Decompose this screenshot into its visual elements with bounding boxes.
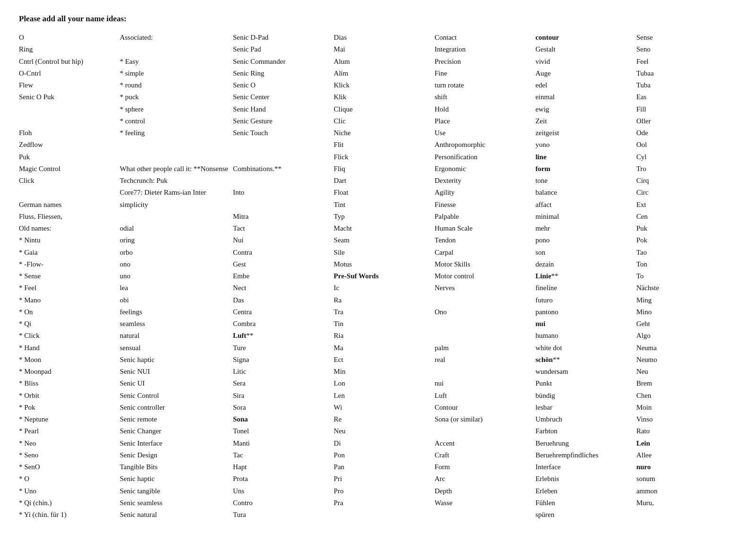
col3-item-18: Contra [233, 247, 329, 258]
col2-item-24: seamless [120, 318, 228, 329]
col3-item-6: Senic Hand [233, 104, 329, 115]
col7-item-35: Allee [636, 450, 732, 461]
col3-item-30: Sira [233, 390, 329, 401]
col1-item-28: * Moonpad [19, 366, 115, 377]
col1-item-26: * Hand [19, 343, 115, 353]
col2-item-22: obi [120, 295, 228, 306]
col3-item-15: Mitra [233, 211, 329, 222]
col6-item-10: line [535, 152, 631, 163]
col7-item-22: Ming [636, 295, 732, 306]
col2-item-3: * simple [120, 68, 228, 79]
col1-item-11: Magic Control [19, 163, 115, 174]
col2-item-21: lea [120, 283, 228, 293]
col5-item-23: Ono [435, 307, 531, 318]
col4-item-26: Ma [334, 343, 430, 353]
col3-item-38: Uns [233, 486, 329, 497]
col4-item-30: Len [334, 390, 430, 401]
col1-item-0: O [19, 32, 115, 43]
col1-item-18: * Gaia [19, 247, 115, 258]
col7-item-3: Tubaa [636, 68, 732, 79]
col4-item-15: Typ [334, 211, 430, 222]
col3-item-10 [233, 152, 329, 163]
col7-item-4: Tuba [636, 80, 732, 91]
col3-item-2: Senic Commander [233, 56, 329, 67]
col1-item-6 [19, 104, 115, 115]
col3-item-36: Hapt [233, 462, 329, 473]
column-1: ORingCntrl (Control but hip)O-CntrlFlewS… [19, 32, 120, 520]
col6-item-20: Linie** [535, 271, 631, 282]
col2-item-23: feelings [120, 307, 228, 318]
col7-item-5: Eas [636, 92, 732, 103]
col7-item-37: sonum [636, 473, 732, 484]
col7-item-8: Ode [636, 128, 732, 138]
col7-item-21: Nächste [636, 283, 732, 293]
col4-item-29: Lon [334, 378, 430, 389]
col5-item-14: Finesse [435, 199, 531, 210]
col2-item-40: Senic natural [120, 509, 228, 520]
col1-item-3: O-Cntrl [19, 68, 115, 79]
col5-item-37: Arc [435, 473, 531, 484]
col2-item-1 [120, 44, 228, 55]
col7-item-17: Pok [636, 235, 732, 246]
col4-item-32: Re [334, 414, 430, 425]
col6-item-39: Fühlen [535, 498, 631, 508]
col5-item-4: turn rotate [435, 80, 531, 91]
col1-item-37: * O [19, 473, 115, 484]
col4-item-9: Flit [334, 139, 430, 150]
col4-item-21: Ic [334, 283, 430, 293]
col6-item-4: edel [535, 80, 631, 91]
column-5: ContactIntegrationPrecisionFineturn rota… [435, 32, 535, 520]
col3-item-1: Senic Pad [233, 44, 329, 55]
col2-item-13: Core77: Dieter Rams-ian Inter [120, 187, 228, 198]
col7-item-32: Vinso [636, 414, 732, 425]
col6-item-19: dezain [535, 259, 631, 270]
col4-item-36: Pan [334, 462, 430, 473]
col6-item-8: zeitgeist [535, 128, 631, 138]
col2-item-26: sensual [120, 343, 228, 353]
col6-item-26: white dot [535, 343, 631, 353]
col4-item-14: Tint [334, 199, 430, 210]
col5-item-24 [435, 318, 531, 329]
col5-item-33 [435, 426, 531, 437]
col7-item-0: Sense [636, 32, 732, 43]
col3-item-5: Senic Center [233, 92, 329, 103]
col6-item-17: pono [535, 235, 631, 246]
col3-item-32: Sona [233, 414, 329, 425]
col4-item-16: Macht [334, 223, 430, 234]
col4-item-20: Pre-Suf Words [334, 271, 430, 282]
col5-item-3: Fine [435, 68, 531, 79]
col6-item-27: schön** [535, 354, 631, 365]
col5-item-12: Dexterity [435, 175, 531, 186]
col2-item-38: Senic tangible [120, 486, 228, 497]
col1-item-7 [19, 116, 115, 127]
col1-item-9: Zedflow [19, 139, 115, 150]
col4-item-11: Fliq [334, 163, 430, 174]
col3-item-11: Combinations.** [233, 163, 329, 174]
col6-item-23: pantono [535, 307, 631, 318]
col6-item-11: form [535, 163, 631, 174]
col3-item-37: Prota [233, 473, 329, 484]
col3-item-4: Senic O [233, 80, 329, 91]
col6-item-13: balance [535, 187, 631, 198]
col3-item-40: Tura [233, 509, 329, 520]
col2-item-16: odial [120, 223, 228, 234]
col4-item-25: Ria [334, 330, 430, 341]
page-title: Please add all your name ideas: [19, 14, 737, 24]
col4-item-24: Tin [334, 318, 430, 329]
col7-item-38: ammon [636, 486, 732, 497]
col4-item-39: Pra [334, 498, 430, 508]
col1-item-8: Floh [19, 128, 115, 138]
col5-item-16: Human Scale [435, 223, 531, 234]
col6-item-34: Beruehrung [535, 438, 631, 449]
col1-item-23: * On [19, 307, 115, 318]
col5-item-25 [435, 330, 531, 341]
col4-item-38: Pro [334, 486, 430, 497]
col5-item-31: Contour [435, 402, 531, 413]
col2-item-4: * round [120, 80, 228, 91]
col6-item-21: fineline [535, 283, 631, 293]
col5-item-36: Form [435, 462, 531, 473]
col6-item-1: Gestalt [535, 44, 631, 55]
col4-item-35: Pon [334, 450, 430, 461]
col2-item-14: simplicity [120, 199, 228, 210]
col1-item-20: * Sense [19, 271, 115, 282]
